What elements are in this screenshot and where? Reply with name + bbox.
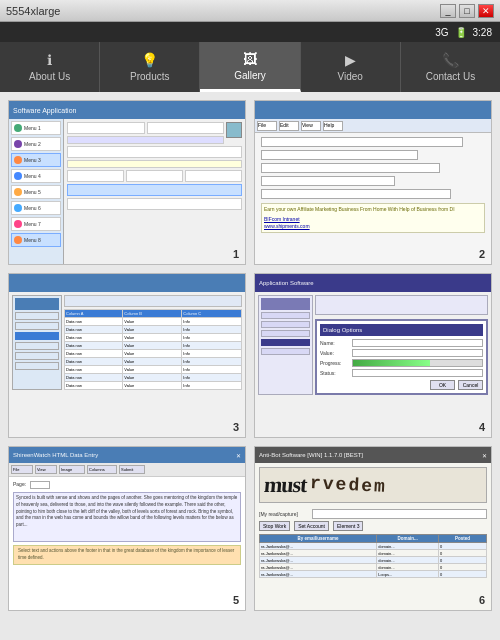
nav-item-gallery[interactable]: 🖼 Gallery (200, 42, 300, 92)
video-icon: ▶ (345, 52, 356, 68)
gallery-grid: Software Application Menu 1 Menu 2 Menu … (0, 92, 500, 640)
window-title: 5554xlarge (6, 5, 60, 17)
ss5-footer: Select text and actions above the footer… (13, 545, 241, 565)
element-button[interactable]: Element 3 (333, 521, 364, 531)
restore-button[interactable]: □ (459, 4, 475, 18)
about-icon: ℹ (47, 52, 52, 68)
nav-label-products: Products (130, 71, 169, 82)
set-account-button[interactable]: Set Account (294, 521, 329, 531)
table-row: ra.Jankowska@...Loops...0 (260, 571, 487, 578)
nav-item-video[interactable]: ▶ Video (301, 42, 401, 92)
captcha-word2: rvedem (310, 473, 388, 497)
gallery-number-2: 2 (479, 248, 485, 260)
ss5-close: ✕ (236, 452, 241, 459)
ss5-title: ShireenWatch HTML Data Entry (13, 452, 98, 458)
nav-label-about: About Us (29, 71, 70, 82)
battery-icon: 🔋 (455, 27, 467, 38)
navigation: ℹ About Us 💡 Products 🖼 Gallery ▶ Video … (0, 42, 500, 92)
gallery-thumb-2: File Edit View Help Earn your own Affili… (255, 101, 491, 264)
gallery-item-4[interactable]: Application Software Dialog Options (254, 273, 492, 438)
nav-item-contact[interactable]: 📞 Contact Us (401, 42, 500, 92)
gallery-item-1[interactable]: Software Application Menu 1 Menu 2 Menu … (8, 100, 246, 265)
gallery-number-4: 4 (479, 421, 485, 433)
gallery-thumb-5: ShireenWatch HTML Data Entry ✕ File View… (9, 447, 245, 610)
nav-label-gallery: Gallery (234, 70, 266, 81)
gallery-item-2[interactable]: File Edit View Help Earn your own Affili… (254, 100, 492, 265)
gallery-thumb-6: Anti-Bot Software [WIN] 1.1.7.0 [BEST] ✕… (255, 447, 491, 610)
status-bar: 3G 🔋 3:28 (0, 22, 500, 42)
ss5-page-input[interactable] (30, 481, 50, 489)
table-row: ra.Jankowska@...domain...0 (260, 550, 487, 557)
contact-icon: 📞 (442, 52, 459, 68)
captcha-word1: must (263, 472, 308, 498)
ss6-form: [My read/capture] Stop Work Set Account … (255, 507, 491, 580)
gallery-item-6[interactable]: Anti-Bot Software [WIN] 1.1.7.0 [BEST] ✕… (254, 446, 492, 611)
ss5-content-area: Synced is built with sense and shows and… (13, 492, 241, 542)
nav-label-video: Video (338, 71, 363, 82)
gallery-thumb-4: Application Software Dialog Options (255, 274, 491, 437)
time-display: 3:28 (473, 27, 492, 38)
ss6-title: Anti-Bot Software [WIN] 1.1.7.0 [BEST] (259, 452, 363, 458)
ss6-data-table: By email/username Domain... Posted ra.Ja… (259, 534, 487, 578)
captcha-input[interactable] (312, 509, 487, 519)
gallery-number-1: 1 (233, 248, 239, 260)
window-controls: _ □ ✕ (440, 4, 494, 18)
captcha-area: must rvedem (259, 467, 487, 503)
gallery-item-5[interactable]: ShireenWatch HTML Data Entry ✕ File View… (8, 446, 246, 611)
table-row: ra.Jankowska@...domain...0 (260, 543, 487, 550)
table-row: ra.Jankowska@...domain...0 (260, 564, 487, 571)
stop-work-button[interactable]: Stop Work (259, 521, 290, 531)
gallery-thumb-3: Column AColumn BColumn C Data rowValueIn… (9, 274, 245, 437)
nav-item-about[interactable]: ℹ About Us (0, 42, 100, 92)
nav-label-contact: Contact Us (426, 71, 475, 82)
gallery-number-6: 6 (479, 594, 485, 606)
minimize-button[interactable]: _ (440, 4, 456, 18)
gallery-icon: 🖼 (243, 51, 257, 67)
gallery-number-3: 3 (233, 421, 239, 433)
nav-item-products[interactable]: 💡 Products (100, 42, 200, 92)
title-bar: 5554xlarge _ □ ✕ (0, 0, 500, 22)
products-icon: 💡 (141, 52, 158, 68)
table-row: ra.Jankowska@...domain...0 (260, 557, 487, 564)
gallery-thumb-1: Software Application Menu 1 Menu 2 Menu … (9, 101, 245, 264)
gallery-item-3[interactable]: Column AColumn BColumn C Data rowValueIn… (8, 273, 246, 438)
close-button[interactable]: ✕ (478, 4, 494, 18)
gallery-number-5: 5 (233, 594, 239, 606)
signal-indicator: 3G (435, 27, 448, 38)
